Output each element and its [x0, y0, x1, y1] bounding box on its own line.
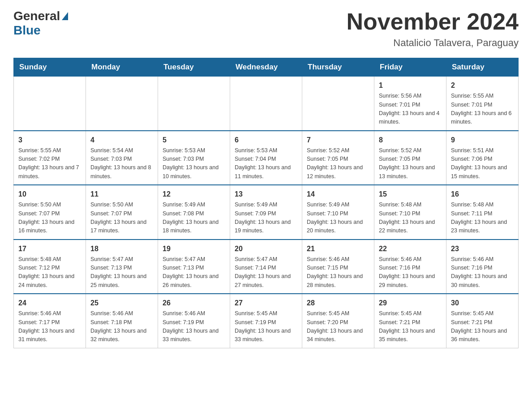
col-header-saturday: Saturday	[446, 58, 519, 77]
day-number: 6	[235, 135, 297, 146]
day-number: 24	[18, 298, 81, 308]
day-number: 12	[163, 189, 225, 200]
day-info: Sunrise: 5:50 AMSunset: 7:07 PMDaylight:…	[18, 201, 81, 235]
calendar-cell: 28Sunrise: 5:45 AMSunset: 7:20 PMDayligh…	[302, 294, 374, 348]
day-number: 23	[451, 244, 514, 254]
calendar-week-row: 10Sunrise: 5:50 AMSunset: 7:07 PMDayligh…	[14, 185, 519, 240]
day-info: Sunrise: 5:55 AMSunset: 7:01 PMDaylight:…	[451, 92, 514, 127]
calendar-cell: 18Sunrise: 5:47 AMSunset: 7:13 PMDayligh…	[86, 240, 158, 294]
calendar-week-row: 17Sunrise: 5:48 AMSunset: 7:12 PMDayligh…	[14, 240, 519, 294]
day-number: 29	[379, 298, 442, 308]
col-header-tuesday: Tuesday	[158, 58, 230, 77]
logo-triangle-icon	[62, 12, 68, 20]
day-number: 15	[379, 189, 442, 200]
calendar-cell: 3Sunrise: 5:55 AMSunset: 7:02 PMDaylight…	[14, 131, 86, 185]
calendar-cell: 19Sunrise: 5:47 AMSunset: 7:13 PMDayligh…	[158, 240, 230, 294]
day-number: 20	[235, 244, 297, 254]
calendar-cell: 29Sunrise: 5:45 AMSunset: 7:21 PMDayligh…	[374, 294, 446, 348]
day-info: Sunrise: 5:48 AMSunset: 7:12 PMDaylight:…	[18, 255, 81, 290]
calendar-cell: 21Sunrise: 5:46 AMSunset: 7:15 PMDayligh…	[302, 240, 374, 294]
calendar-cell: 26Sunrise: 5:46 AMSunset: 7:19 PMDayligh…	[158, 294, 230, 348]
calendar-cell: 17Sunrise: 5:48 AMSunset: 7:12 PMDayligh…	[14, 240, 86, 294]
day-info: Sunrise: 5:53 AMSunset: 7:03 PMDaylight:…	[163, 146, 225, 181]
day-number: 13	[235, 189, 297, 200]
month-title: November 2024	[347, 9, 519, 34]
day-info: Sunrise: 5:47 AMSunset: 7:14 PMDaylight:…	[235, 255, 297, 290]
day-number: 27	[235, 298, 297, 308]
day-number: 1	[379, 80, 442, 91]
calendar-cell: 25Sunrise: 5:46 AMSunset: 7:18 PMDayligh…	[86, 294, 158, 348]
day-number: 19	[163, 244, 225, 254]
calendar-cell	[158, 77, 230, 131]
day-info: Sunrise: 5:46 AMSunset: 7:18 PMDaylight:…	[90, 309, 153, 344]
col-header-monday: Monday	[86, 58, 158, 77]
day-info: Sunrise: 5:45 AMSunset: 7:21 PMDaylight:…	[379, 309, 442, 344]
col-header-thursday: Thursday	[302, 58, 374, 77]
day-info: Sunrise: 5:52 AMSunset: 7:05 PMDaylight:…	[379, 146, 442, 181]
calendar-cell: 5Sunrise: 5:53 AMSunset: 7:03 PMDaylight…	[158, 131, 230, 185]
calendar-cell: 27Sunrise: 5:45 AMSunset: 7:19 PMDayligh…	[230, 294, 302, 348]
day-info: Sunrise: 5:50 AMSunset: 7:07 PMDaylight:…	[90, 201, 153, 235]
day-number: 22	[379, 244, 442, 254]
day-number: 8	[379, 135, 442, 146]
calendar-cell: 10Sunrise: 5:50 AMSunset: 7:07 PMDayligh…	[14, 185, 86, 240]
day-info: Sunrise: 5:49 AMSunset: 7:09 PMDaylight:…	[235, 201, 297, 235]
calendar-cell: 22Sunrise: 5:46 AMSunset: 7:16 PMDayligh…	[374, 240, 446, 294]
calendar-week-row: 1Sunrise: 5:56 AMSunset: 7:01 PMDaylight…	[14, 77, 519, 131]
day-number: 10	[18, 189, 81, 200]
col-header-friday: Friday	[374, 58, 446, 77]
day-number: 17	[18, 244, 81, 254]
day-info: Sunrise: 5:49 AMSunset: 7:10 PMDaylight:…	[307, 201, 369, 235]
day-number: 18	[90, 244, 153, 254]
day-number: 25	[90, 298, 153, 308]
day-info: Sunrise: 5:45 AMSunset: 7:21 PMDaylight:…	[451, 309, 514, 344]
calendar-week-row: 3Sunrise: 5:55 AMSunset: 7:02 PMDaylight…	[14, 131, 519, 185]
calendar-cell: 8Sunrise: 5:52 AMSunset: 7:05 PMDaylight…	[374, 131, 446, 185]
logo-general-text: General	[13, 9, 60, 23]
day-number: 30	[451, 298, 514, 308]
calendar-cell: 2Sunrise: 5:55 AMSunset: 7:01 PMDaylight…	[446, 77, 519, 131]
day-info: Sunrise: 5:53 AMSunset: 7:04 PMDaylight:…	[235, 146, 297, 181]
calendar-cell: 24Sunrise: 5:46 AMSunset: 7:17 PMDayligh…	[14, 294, 86, 348]
day-number: 26	[163, 298, 225, 308]
day-info: Sunrise: 5:49 AMSunset: 7:08 PMDaylight:…	[163, 201, 225, 235]
calendar-cell	[302, 77, 374, 131]
day-number: 14	[307, 189, 369, 200]
calendar-cell: 14Sunrise: 5:49 AMSunset: 7:10 PMDayligh…	[302, 185, 374, 240]
day-info: Sunrise: 5:47 AMSunset: 7:13 PMDaylight:…	[163, 255, 225, 290]
day-info: Sunrise: 5:48 AMSunset: 7:11 PMDaylight:…	[451, 201, 514, 235]
calendar-cell	[230, 77, 302, 131]
day-number: 5	[163, 135, 225, 146]
day-number: 9	[451, 135, 514, 146]
day-number: 21	[307, 244, 369, 254]
day-info: Sunrise: 5:54 AMSunset: 7:03 PMDaylight:…	[90, 146, 153, 181]
day-number: 11	[90, 189, 153, 200]
day-info: Sunrise: 5:47 AMSunset: 7:13 PMDaylight:…	[90, 255, 153, 290]
calendar-cell: 11Sunrise: 5:50 AMSunset: 7:07 PMDayligh…	[86, 185, 158, 240]
calendar-cell: 15Sunrise: 5:48 AMSunset: 7:10 PMDayligh…	[374, 185, 446, 240]
logo: General Blue	[13, 9, 68, 38]
day-info: Sunrise: 5:45 AMSunset: 7:19 PMDaylight:…	[235, 309, 297, 344]
title-block: November 2024 Natalicio Talavera, Paragu…	[347, 9, 519, 49]
calendar-cell: 30Sunrise: 5:45 AMSunset: 7:21 PMDayligh…	[446, 294, 519, 348]
day-info: Sunrise: 5:52 AMSunset: 7:05 PMDaylight:…	[307, 146, 369, 181]
calendar-cell: 6Sunrise: 5:53 AMSunset: 7:04 PMDaylight…	[230, 131, 302, 185]
col-header-wednesday: Wednesday	[230, 58, 302, 77]
calendar-table: SundayMondayTuesdayWednesdayThursdayFrid…	[13, 58, 519, 348]
day-number: 28	[307, 298, 369, 308]
day-number: 16	[451, 189, 514, 200]
logo-blue-text: Blue	[13, 23, 41, 37]
calendar-week-row: 24Sunrise: 5:46 AMSunset: 7:17 PMDayligh…	[14, 294, 519, 348]
day-info: Sunrise: 5:55 AMSunset: 7:02 PMDaylight:…	[18, 146, 81, 181]
day-info: Sunrise: 5:46 AMSunset: 7:19 PMDaylight:…	[163, 309, 225, 344]
day-info: Sunrise: 5:56 AMSunset: 7:01 PMDaylight:…	[379, 92, 442, 127]
calendar-cell: 1Sunrise: 5:56 AMSunset: 7:01 PMDaylight…	[374, 77, 446, 131]
day-info: Sunrise: 5:48 AMSunset: 7:10 PMDaylight:…	[379, 201, 442, 235]
day-info: Sunrise: 5:51 AMSunset: 7:06 PMDaylight:…	[451, 146, 514, 181]
calendar-cell	[14, 77, 86, 131]
calendar-cell: 20Sunrise: 5:47 AMSunset: 7:14 PMDayligh…	[230, 240, 302, 294]
day-number: 4	[90, 135, 153, 146]
col-header-sunday: Sunday	[14, 58, 86, 77]
day-info: Sunrise: 5:46 AMSunset: 7:15 PMDaylight:…	[307, 255, 369, 290]
calendar-cell: 12Sunrise: 5:49 AMSunset: 7:08 PMDayligh…	[158, 185, 230, 240]
